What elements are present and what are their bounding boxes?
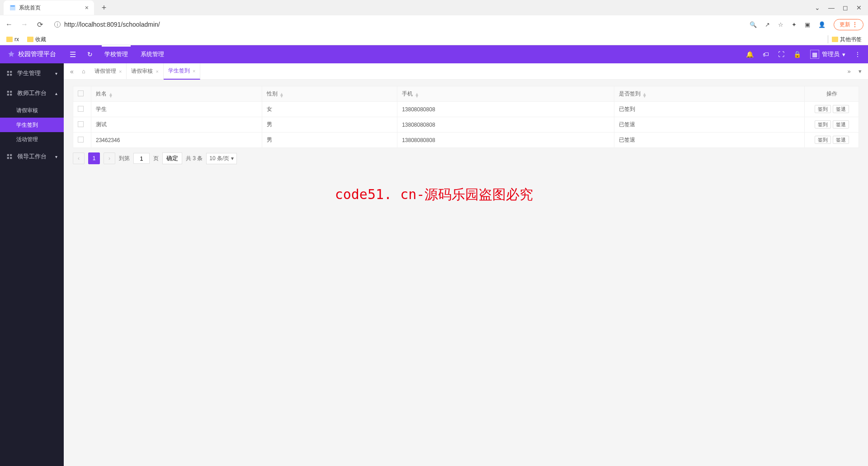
table-row: 23462346男13808080808已签退签到签退 xyxy=(73,133,859,148)
refresh-button[interactable]: ↻ xyxy=(82,51,98,58)
back-button[interactable]: ← xyxy=(5,20,14,29)
row-action-button[interactable]: 签退 xyxy=(833,120,849,128)
col-name[interactable]: 姓名▲▼ xyxy=(91,86,262,102)
chevron-down-icon: ▾ xyxy=(842,51,845,58)
sort-icon: ▲▼ xyxy=(279,93,284,97)
close-icon[interactable]: × xyxy=(156,69,158,74)
page-size-select[interactable]: 10 条/页▾ xyxy=(206,153,237,164)
checkbox-all[interactable] xyxy=(78,90,84,96)
row-action-button[interactable]: 签退 xyxy=(833,136,849,144)
row-checkbox[interactable] xyxy=(78,137,84,143)
chevron-down-icon[interactable]: ⌄ xyxy=(815,4,820,11)
grid-icon xyxy=(6,70,13,76)
close-icon[interactable]: × xyxy=(85,4,89,11)
sidebar-group-student[interactable]: 学生管理 ▾ xyxy=(0,63,64,83)
row-action-button[interactable]: 签到 xyxy=(815,120,831,128)
bookmark-item[interactable]: 收藏 xyxy=(27,36,46,43)
top-menu-system[interactable]: 系统管理 xyxy=(134,45,170,63)
url-input[interactable]: i http://localhost:8091/schooladmin/ xyxy=(51,21,743,28)
bell-icon[interactable]: 🔔 xyxy=(746,51,754,58)
prev-page[interactable]: ‹ xyxy=(73,152,85,164)
page-tabs: « ⌂ 请假管理× 请假审核× 学生签到× » ▾ xyxy=(64,63,868,80)
star-icon[interactable]: ☆ xyxy=(778,21,783,28)
page-1[interactable]: 1 xyxy=(88,152,100,164)
svg-rect-5 xyxy=(10,91,12,93)
cell-status: 已签退 xyxy=(614,133,804,148)
site-info-icon[interactable]: i xyxy=(54,21,61,28)
forward-button[interactable]: → xyxy=(20,20,29,29)
panel-icon[interactable]: ▣ xyxy=(805,21,810,28)
goto-input[interactable] xyxy=(133,153,150,164)
browser-tab[interactable]: 系统首页 × xyxy=(4,0,94,15)
close-icon[interactable]: × xyxy=(193,68,195,74)
svg-rect-8 xyxy=(7,154,9,156)
col-status[interactable]: 是否签到▲▼ xyxy=(614,86,804,102)
sidebar-group-teacher[interactable]: 教师工作台 ▴ xyxy=(0,83,64,103)
tabs-collapse-left[interactable]: « xyxy=(66,68,77,75)
table-header-row: 姓名▲▼ 性别▲▼ 手机▲▼ 是否签到▲▼ 操作 xyxy=(73,86,859,102)
lock-icon[interactable]: 🔒 xyxy=(793,51,801,58)
minimize-icon[interactable]: — xyxy=(828,4,835,11)
sidebar-item-activity[interactable]: 活动管理 xyxy=(0,132,64,147)
row-action-button[interactable]: 签退 xyxy=(833,105,849,113)
tab-leave-audit[interactable]: 请假审核× xyxy=(127,63,163,80)
window-controls: ⌄ — ◻ ✕ xyxy=(815,4,868,11)
browser-tab-bar: 系统首页 × + ⌄ — ◻ ✕ xyxy=(0,0,868,15)
bookmark-item[interactable]: rx xyxy=(6,36,19,43)
tabs-collapse-right[interactable]: » xyxy=(844,68,854,75)
extensions-icon[interactable]: ✦ xyxy=(792,21,797,28)
user-menu[interactable]: ▦ 管理员 ▾ xyxy=(810,50,845,59)
sidebar-item-signin[interactable]: 学生签到 xyxy=(0,118,64,132)
share-icon[interactable]: ↗ xyxy=(765,21,770,28)
reload-button[interactable]: ⟳ xyxy=(35,20,44,29)
folder-icon xyxy=(832,37,838,42)
tab-leave-manage[interactable]: 请假管理× xyxy=(90,63,127,80)
col-phone[interactable]: 手机▲▼ xyxy=(397,86,614,102)
next-page[interactable]: › xyxy=(104,152,115,164)
content: 姓名▲▼ 性别▲▼ 手机▲▼ 是否签到▲▼ 操作 学生女13808080808已… xyxy=(64,80,868,171)
cell-phone: 13808080808 xyxy=(397,133,614,148)
table-row: 测试男13808080808已签退签到签退 xyxy=(73,117,859,133)
data-table: 姓名▲▼ 性别▲▼ 手机▲▼ 是否签到▲▼ 操作 学生女13808080808已… xyxy=(73,86,859,148)
svg-rect-4 xyxy=(7,91,9,93)
home-icon[interactable]: ⌂ xyxy=(77,68,90,75)
brand[interactable]: 校园管理平台 xyxy=(0,50,64,58)
sidebar-group-leader[interactable]: 领导工作台 ▾ xyxy=(0,147,64,166)
row-action-button[interactable]: 签到 xyxy=(815,105,831,113)
folder-icon xyxy=(6,37,13,42)
sidebar-item-leave-audit[interactable]: 请假审核 xyxy=(0,103,64,118)
main-area: « ⌂ 请假管理× 请假审核× 学生签到× » ▾ 姓名▲▼ 性别▲▼ 手机▲▼ xyxy=(64,63,868,466)
goto-confirm[interactable]: 确定 xyxy=(162,152,182,164)
close-window-icon[interactable]: ✕ xyxy=(856,4,862,11)
top-menu-school[interactable]: 学校管理 xyxy=(98,45,134,63)
app-root: 校园管理平台 ☰ ↻ 学校管理 系统管理 🔔 🏷 ⛶ 🔒 ▦ 管理员 ▾ ⋮ 学… xyxy=(0,45,868,466)
cell-gender: 女 xyxy=(262,102,397,117)
close-icon[interactable]: × xyxy=(119,69,122,74)
svg-rect-11 xyxy=(10,157,12,159)
svg-rect-10 xyxy=(7,157,9,159)
row-checkbox[interactable] xyxy=(78,106,84,112)
update-button[interactable]: 更新⋮ xyxy=(834,19,863,30)
chevron-down-icon: ▾ xyxy=(231,155,234,162)
cell-phone: 13808080808 xyxy=(397,117,614,133)
zoom-icon[interactable]: 🔍 xyxy=(750,21,757,28)
avatar-icon: ▦ xyxy=(810,50,819,59)
col-gender[interactable]: 性别▲▼ xyxy=(262,86,397,102)
maximize-icon[interactable]: ◻ xyxy=(843,4,848,11)
other-bookmarks[interactable]: 其他书签 xyxy=(832,36,862,43)
more-icon[interactable]: ⋮ xyxy=(854,51,861,58)
total-text: 共 3 条 xyxy=(186,155,203,162)
goto-label: 到第 xyxy=(119,155,130,162)
browser-tab-title: 系统首页 xyxy=(19,4,41,12)
tab-student-signin[interactable]: 学生签到× xyxy=(164,63,200,80)
row-action-button[interactable]: 签到 xyxy=(815,136,831,144)
sidebar-toggle[interactable]: ☰ xyxy=(64,50,82,59)
tag-icon[interactable]: 🏷 xyxy=(763,51,769,58)
fullscreen-icon[interactable]: ⛶ xyxy=(778,51,784,58)
new-tab-button[interactable]: + xyxy=(98,1,110,14)
svg-rect-3 xyxy=(10,74,12,76)
profile-icon[interactable]: 👤 xyxy=(818,21,826,28)
svg-rect-1 xyxy=(10,71,12,73)
tabs-dropdown[interactable]: ▾ xyxy=(854,68,865,75)
row-checkbox[interactable] xyxy=(78,121,84,127)
